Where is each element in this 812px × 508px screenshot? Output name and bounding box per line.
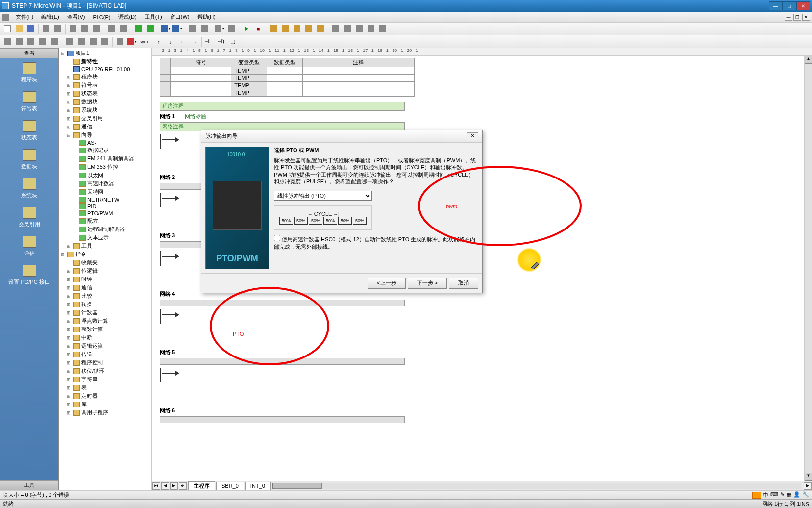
new-button[interactable]	[2, 24, 13, 34]
tree-instructions[interactable]: ⊟指令	[60, 250, 150, 258]
tree-convert[interactable]: ⊞转换	[60, 300, 150, 308]
nav-symboltable[interactable]: 符号表	[0, 87, 58, 116]
tree-datarec[interactable]: 数据记录	[60, 146, 150, 154]
menu-window[interactable]: 窗口(W)	[166, 12, 194, 22]
tree-tools[interactable]: ⊞工具	[60, 242, 150, 250]
tree-progctrl[interactable]: ⊞程序控制	[60, 358, 150, 367]
run-button[interactable]: ▶	[241, 24, 252, 34]
monitor-button-1[interactable]	[268, 24, 279, 34]
tree-asi[interactable]: AS-i	[60, 139, 150, 146]
monitor-button-3[interactable]	[292, 24, 302, 34]
lad-btn-10[interactable]	[115, 36, 125, 47]
tree-netr[interactable]: NETR/NETW	[60, 196, 150, 203]
nav-pgpc[interactable]: 设置 PG/PC 接口	[0, 261, 58, 290]
open-button[interactable]	[14, 24, 25, 34]
tab-next-button[interactable]: ▶	[170, 482, 178, 490]
tab-first-button[interactable]: ⏮	[152, 482, 160, 490]
scroll-down-button[interactable]: ▼	[805, 473, 812, 481]
tray-icon-1[interactable]: 中	[763, 491, 768, 499]
undo-button[interactable]	[106, 24, 117, 34]
paste-button[interactable]	[91, 24, 102, 34]
tree-cpu[interactable]: CPU 226 REL 01.00	[60, 66, 150, 73]
tree-lib[interactable]: ⊞库	[60, 400, 150, 408]
network-6[interactable]: 网络 6	[160, 407, 804, 423]
menu-view[interactable]: 查看(V)	[63, 12, 89, 22]
force-button-5[interactable]	[377, 24, 388, 34]
delete-network-button[interactable]	[199, 24, 210, 34]
next-button[interactable]: 下一步 >	[408, 278, 447, 289]
tray-icon-3[interactable]: ✎	[780, 491, 785, 499]
scroll-up-button[interactable]: ▲	[805, 56, 812, 64]
compile-all-button[interactable]	[145, 24, 156, 34]
tab-sbr0[interactable]: SBR_0	[216, 482, 244, 490]
mdi-minimize[interactable]: —	[785, 14, 792, 21]
copy-button[interactable]	[79, 24, 90, 34]
tree-timer[interactable]: ⊞定时器	[60, 392, 150, 400]
dialog-titlebar[interactable]: 脉冲输出向导 ✕	[201, 130, 482, 143]
dialog-close-button[interactable]: ✕	[467, 132, 478, 140]
tree-textdisplay[interactable]: 文本显示	[60, 233, 150, 242]
tree-floatmath[interactable]: ⊞浮点数计算	[60, 317, 150, 325]
hsc-checkbox[interactable]	[274, 235, 280, 241]
tree-comm2[interactable]: ⊞通信	[60, 283, 150, 292]
tree-favorites[interactable]: 收藏夹	[60, 258, 150, 267]
force-button-2[interactable]	[342, 24, 353, 34]
horizontal-scrollbar[interactable]	[272, 483, 801, 489]
network-5[interactable]: 网络 5	[160, 349, 804, 382]
nav-datablock[interactable]: 数据块	[0, 145, 58, 174]
tree-ptopwm[interactable]: PTO/PWM	[60, 210, 150, 217]
tree-programblock[interactable]: ⊞程序块	[60, 73, 150, 81]
monitor-button-4[interactable]	[303, 24, 314, 34]
tree-statustable[interactable]: ⊞状态表	[60, 89, 150, 98]
monitor-button-5[interactable]	[315, 24, 326, 34]
nav-up-button[interactable]: ↑	[153, 36, 164, 47]
tab-last-button[interactable]: ⏭	[179, 482, 187, 490]
nav-systemblock[interactable]: 系统块	[0, 174, 58, 203]
menu-plc[interactable]: PLC(P)	[89, 13, 114, 21]
tree-crossref[interactable]: ⊞交叉引用	[60, 114, 150, 123]
lad-btn-6[interactable]	[64, 36, 75, 47]
lad-sym-btn[interactable]: sym	[138, 36, 149, 47]
pto-pwm-select[interactable]: 线性脉冲输出 (PTO)	[274, 191, 372, 201]
tree-interrupt[interactable]: ⊞中断	[60, 333, 150, 342]
menu-tools[interactable]: 工具(T)	[141, 12, 166, 22]
redo-button[interactable]	[118, 24, 129, 34]
tray-icon-2[interactable]: ⌨	[770, 491, 778, 499]
mdi-close[interactable]: ✕	[802, 14, 810, 21]
tray-icon-6[interactable]: 🔧	[802, 491, 809, 499]
hsc-checkbox-row[interactable]: 使用高速计数器 HSC0（模式 12）自动计数线性 PTO 生成的脉冲。此功能将…	[274, 235, 478, 251]
tree-remotemodem[interactable]: 远程调制解调器	[60, 225, 150, 233]
download-button[interactable]	[172, 24, 183, 34]
force-button-3[interactable]	[354, 24, 365, 34]
ime-icon[interactable]	[752, 492, 761, 499]
menu-debug[interactable]: 调试(D)	[114, 12, 140, 22]
tree-symboltable[interactable]: ⊞符号表	[60, 81, 150, 89]
monitor-button-2[interactable]	[280, 24, 291, 34]
tree-shiftrot[interactable]: ⊞移位/循环	[60, 367, 150, 375]
tool-button-2[interactable]	[226, 24, 237, 34]
lad-btn-9[interactable]	[99, 36, 110, 47]
minimize-button[interactable]: —	[769, 1, 783, 10]
tree-logicop[interactable]: ⊞逻辑运算	[60, 342, 150, 350]
lad-btn-5[interactable]	[49, 36, 60, 47]
preview-button[interactable]	[52, 24, 63, 34]
tab-int0[interactable]: INT_0	[245, 482, 271, 490]
cut-button[interactable]	[68, 24, 78, 34]
tray-icon-4[interactable]: ▦	[787, 491, 791, 499]
tray-icon-5[interactable]: 👤	[793, 491, 800, 499]
network-4[interactable]: 网络 4	[160, 290, 804, 324]
lad-btn-3[interactable]	[25, 36, 36, 47]
tree-internet[interactable]: 因特网	[60, 188, 150, 196]
print-button[interactable]	[41, 24, 51, 34]
vertical-scrollbar[interactable]: ▲ ▼	[804, 56, 812, 481]
force-button-1[interactable]	[330, 24, 341, 34]
tool-button-1[interactable]	[214, 24, 225, 34]
nav-left-button[interactable]: ←	[177, 36, 188, 47]
lad-btn-8[interactable]	[88, 36, 98, 47]
lad-btn-7[interactable]	[76, 36, 87, 47]
tree-wizard[interactable]: ⊟向导	[60, 131, 150, 139]
nav-statustable[interactable]: 状态表	[0, 116, 58, 145]
save-button[interactable]	[25, 24, 36, 34]
tree-recipe[interactable]: 配方	[60, 217, 150, 225]
insert-network-button[interactable]	[187, 24, 198, 34]
